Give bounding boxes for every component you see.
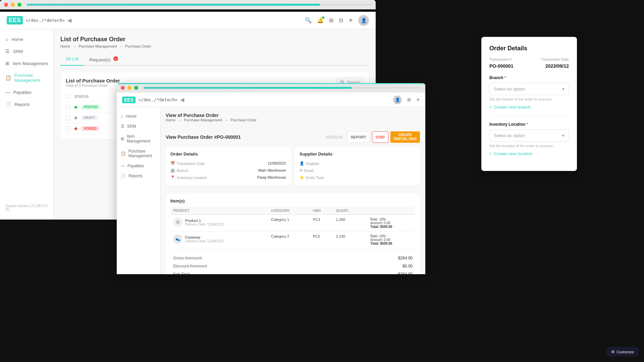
discount-amount-row: Discount Ammount $0.00 [170,262,415,270]
second-collapse-button[interactable]: ◀ [180,97,184,103]
sidebar-item-payables[interactable]: — Payables [0,86,53,98]
maximize-dot-2[interactable] [134,86,138,90]
supplier-details-section: Supplier Details 👤 Supplier ✉ Email [295,147,420,186]
tab-badge: 1 [113,56,118,61]
create-new-location-link[interactable]: + Create new location [489,151,569,156]
row-checkbox[interactable] [66,116,70,120]
apps-icon[interactable]: ⊞ [329,17,333,23]
grid-icon[interactable]: ⊟ [339,17,343,23]
second-logo: EES [122,97,136,103]
email-icon: ✉ [300,168,303,173]
second-code-tag: </dec./*detech> [138,97,177,102]
product-name-2: Footwear [185,235,224,239]
system-version: System Version 2.5.14573 © 20... [0,200,53,216]
payables-icon: — [5,89,10,95]
minimize-dot-2[interactable] [127,86,131,90]
teal-strip [117,83,425,84]
category-1: Category 1 [268,215,310,232]
progress-fill [27,4,320,6]
entity-type-row: ⭐ Entity Type [300,174,415,181]
transaction-number-label: Transaction # [489,57,512,61]
second-avatar[interactable]: 👤 [393,96,402,104]
inventory-location-row: 📍 Inventory Location Pasig Warehouse [170,174,286,181]
tax-col-header [368,207,415,215]
action-date: 2023/02/14 [326,135,342,139]
supplier-row: 👤 Supplier [300,160,415,167]
sidebar-item-purchase-management[interactable]: 📋 Purchase Management [0,69,53,86]
transaction-date-row: 📅 Transaction Date 12/09/2022 [170,160,286,167]
second-titlebar [117,83,425,93]
totals-section: Gross Ammount $264.00 Discount Ammount $… [170,251,415,274]
branch-value: Main Warehouse [258,168,286,173]
inventory-location-required-star: * [527,122,528,127]
tab-requests[interactable]: Request(s) 1 [84,54,123,65]
code-tag: </dec./*detech> [25,18,65,23]
second-main-content: View of Purchase Order Home → Purchase M… [160,107,425,274]
void-button[interactable]: VOID [372,131,388,143]
partial-paid-button[interactable]: CREATE PARTIAL PAID [390,131,420,143]
second-sidebar-reports[interactable]: 📄 Reports [117,171,160,181]
status-badge-posted: POSTED [81,105,100,110]
sidebar-item-item-management[interactable]: ⊞ Item Management [0,57,53,69]
logo: EES [7,16,23,24]
reports-icon: 📄 [5,102,11,107]
collapse-button[interactable]: ◀ [67,17,71,23]
email-label: ✉ Email [300,168,314,173]
second-logo-area: EES </dec./*detech> ◀ [122,97,184,103]
items-section: Item(s) PRODUCT CATEGORY UMO QUANT... [166,194,420,274]
progress-bar [27,4,372,6]
maximize-dot[interactable] [17,3,21,7]
row-checkbox[interactable] [66,105,70,110]
transaction-header-row: Transaction # Transaction Date [489,57,569,61]
inventory-location-select[interactable]: Select an option ▾ [489,129,569,142]
second-top-nav: EES </dec./*detech> ◀ 👤 ⊞ ✳ [117,93,425,107]
bell-icon[interactable]: 🔔 [317,17,324,23]
second-window: EES </dec./*detech> ◀ 👤 ⊞ ✳ ⌂ Home ☰ SRM… [117,83,425,274]
second-sidebar-home[interactable]: ⌂ Home [117,111,160,121]
close-dot-2[interactable] [121,86,125,90]
sub-total-row: Sub Total $264.00 [170,270,415,274]
product-icon-2: 👟 [173,234,182,244]
second-sidebar-srm[interactable]: ☰ SRM [117,121,160,131]
second-home-icon: ⌂ [121,114,123,119]
order-title: View Purchase Order #PO-000001 [166,134,241,140]
status-dot-posted [74,106,77,109]
order-supplier-grid: Order Details 📅 Transaction Date 12/09/2… [166,147,420,190]
list-title: List of Purchase Order [66,78,120,83]
minimize-dot[interactable] [11,3,15,7]
second-grid-icon[interactable]: ⊞ [407,97,411,102]
sidebar-item-srm[interactable]: ☰ SRM [0,45,53,57]
second-sidebar-payables[interactable]: — Payables [117,161,160,171]
items-title: Item(s) [170,198,415,203]
settings-icon[interactable]: ✳ [348,17,353,23]
inventory-location-label: 📍 Inventory Location [170,175,207,180]
second-sidebar-item-management[interactable]: ⊞ Item Management [117,131,160,146]
status-dot-draft [74,117,77,119]
branch-label: 🏢 Branch [170,168,189,173]
branch-section: Branch * Select an option ▾ Set the bran… [489,75,569,110]
action-buttons: 2023/02/14 REPORT VOID CREATE PARTIAL PA… [326,131,420,143]
home-icon: ⌂ [5,37,8,42]
select-all-checkbox[interactable] [66,94,70,99]
search-icon[interactable]: 🔍 [305,17,312,23]
second-settings-icon[interactable]: ✳ [416,97,420,102]
second-srm-icon: ☰ [121,124,124,129]
panel-divider [489,116,569,117]
branch-section-label: Branch * [489,75,569,80]
sidebar-item-home[interactable]: ⌂ Home [0,33,53,45]
tab-all-list[interactable]: All List [60,54,84,66]
browser-titlebar [0,0,376,9]
create-new-branch-link[interactable]: + Create new branch [489,105,569,110]
second-sidebar-purchase-management[interactable]: 📋 Purchase Management [117,146,160,161]
notification-dot [322,16,324,19]
category-2: Category 2 [268,232,310,248]
product-name-1: Product 1 [185,219,224,223]
avatar[interactable]: 👤 [358,15,369,26]
sidebar-item-reports[interactable]: 📄 Reports [0,98,53,110]
branch-select[interactable]: Select an option ▾ [489,83,569,95]
customize-button[interactable]: ⊞ Customize [607,347,639,357]
report-button[interactable]: REPORT [347,131,370,143]
inventory-location-value: Pasig Warehouse [257,175,286,180]
close-dot[interactable] [4,3,8,7]
row-checkbox[interactable] [66,126,70,131]
